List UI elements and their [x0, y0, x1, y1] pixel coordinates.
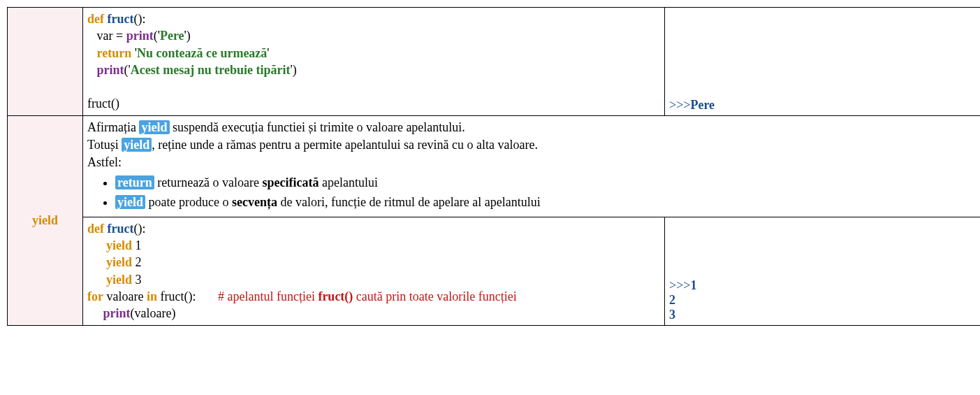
rowhead-return: [8, 8, 83, 116]
code-yield: def fruct(): yield 1 yield 2 yield 3 for…: [87, 220, 660, 322]
prompt: >>>: [669, 278, 690, 292]
list-item: yield poate produce o secvența de valori…: [115, 194, 980, 211]
rowhead-yield: yield: [8, 115, 83, 325]
output-value: Pere: [690, 98, 715, 112]
output-value: 2: [669, 293, 675, 307]
row-yield-desc: yield Afirmația yield suspendă execuția …: [8, 115, 981, 217]
yield-description: Afirmația yield suspendă execuția functi…: [87, 119, 980, 211]
code-return: def fruct(): var = print('Pere') return …: [87, 10, 660, 113]
highlight-return: return: [115, 175, 154, 189]
desc-cell-yield: Afirmația yield suspendă execuția functi…: [83, 115, 981, 217]
code-cell-return: def fruct(): var = print('Pere') return …: [83, 8, 665, 116]
highlight-yield: yield: [139, 120, 169, 134]
list-item: return returnează o valoare specificată …: [115, 174, 980, 192]
code-cell-yield: def fruct(): yield 1 yield 2 yield 3 for…: [83, 217, 665, 325]
output-cell-return: >>>Pere: [665, 8, 981, 116]
comment: # apelantul funcției fruct() caută prin …: [218, 289, 517, 303]
row-return: def fruct(): var = print('Pere') return …: [8, 8, 981, 116]
highlight-yield: yield: [122, 138, 152, 152]
prompt: >>>: [669, 98, 690, 112]
row-yield-code: def fruct(): yield 1 yield 2 yield 3 for…: [8, 217, 981, 325]
output-cell-yield: >>>1 2 3: [665, 217, 981, 325]
highlight-yield: yield: [115, 195, 145, 209]
desc-list: return returnează o valoare specificată …: [115, 174, 980, 210]
output-value: 1: [690, 278, 696, 292]
output-value: 3: [669, 308, 675, 322]
reference-table: def fruct(): var = print('Pere') return …: [7, 7, 980, 326]
